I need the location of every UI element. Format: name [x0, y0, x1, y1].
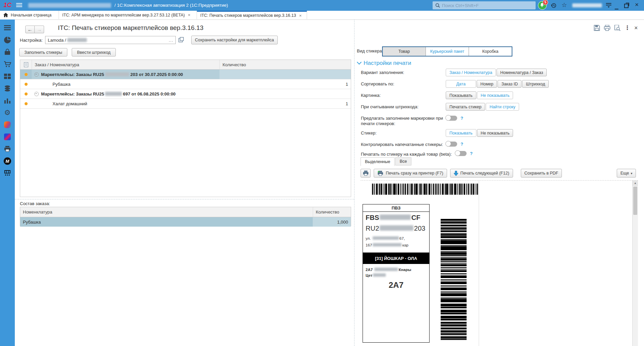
sidebar-service-logo-icon[interactable] — [0, 132, 15, 142]
config-input[interactable]: Lamoda / ... — [45, 36, 176, 44]
scrollbar-thumb[interactable] — [633, 187, 637, 215]
order-item-row[interactable]: Халат домашний 1 — [20, 99, 351, 109]
tab-apm-manager[interactable]: ITC: АРМ менеджера по маркетплейсам вер.… — [59, 11, 197, 19]
sidebar-pie-chart-icon[interactable] — [0, 35, 15, 45]
fill-variant-order-button[interactable]: Заказ / Номенклатура — [446, 69, 496, 76]
sort-order-id-button[interactable]: Заказ ID — [498, 80, 521, 88]
main-menu-icon[interactable] — [16, 3, 22, 8]
tab-selected-stickers[interactable]: Выделенные — [361, 157, 395, 166]
nav-buttons: ← → — [25, 26, 44, 33]
tree-collapse-icon[interactable] — [34, 92, 39, 96]
window-title: / 1С:Комплексная автоматизация 2 (1С:Пре… — [114, 3, 228, 8]
sticker-kind-courier[interactable]: Курьерский пакет — [426, 47, 469, 56]
per-item-label: Печатать по стикеру на каждый товар (bet… — [361, 150, 452, 157]
fill-stickers-button[interactable]: Заполнить стикеры — [19, 48, 67, 56]
sidebar-grid-icon[interactable] — [0, 71, 15, 81]
notifications-bell-icon[interactable]: 5 — [538, 1, 547, 11]
preview-search-icon[interactable] — [614, 25, 620, 31]
per-item-toggle[interactable] — [455, 151, 467, 156]
sidebar-m-logo-icon[interactable]: M — [0, 156, 15, 166]
item-name: Рубашка — [32, 79, 219, 89]
choose-button[interactable]: ... — [169, 38, 173, 43]
scan-find-row-button[interactable]: Найти строку — [486, 103, 519, 111]
tab-label: ITC: АРМ менеджера по маркетплейсам вер.… — [62, 13, 185, 17]
tab-all-stickers[interactable]: Все — [395, 157, 411, 165]
history-icon[interactable] — [551, 3, 556, 8]
order-group-row[interactable]: Маркетплейсы: Заказы RU25 697 от 06.08.2… — [20, 89, 351, 99]
composition-col-qty[interactable]: Количество — [313, 207, 351, 217]
help-icon[interactable]: ? — [461, 116, 463, 121]
picture-hide-button[interactable]: Не показывать — [477, 91, 513, 99]
sort-date-button[interactable]: Дата — [446, 80, 476, 88]
sidebar-menu-icon[interactable] — [0, 23, 15, 33]
sidebar-printer-icon[interactable] — [0, 144, 15, 154]
composition-row[interactable]: Рубашка 1,000 — [20, 217, 351, 227]
preview-scrollbar[interactable]: ▲ — [632, 181, 638, 346]
kebab-menu-icon[interactable]: ⋮ — [624, 25, 630, 31]
tab-sticker-print[interactable]: ITC: Печать стикеров маркетплейсов вер.3… — [197, 11, 307, 19]
scan-print-sticker-button[interactable]: Печатать стикер — [446, 103, 485, 111]
fill-variant-nomen-button[interactable]: Номенклатура / Заказ — [497, 69, 547, 76]
item-qty: 1 — [219, 99, 351, 108]
sidebar-gear-icon[interactable]: ⚙ — [0, 108, 15, 118]
sticker-hide-button[interactable]: Не показывать — [477, 129, 513, 137]
scroll-up-icon[interactable]: ▲ — [633, 181, 638, 186]
control-printed-toggle[interactable] — [446, 142, 457, 147]
global-search-input[interactable]: Поиск Ctrl+Shift+F — [433, 1, 536, 9]
sidebar-bar-chart-icon[interactable] — [0, 95, 15, 106]
sort-barcode-button[interactable]: Штрихкод — [522, 80, 549, 88]
tab-close-icon[interactable]: × — [188, 12, 191, 17]
nav-forward-button[interactable]: → — [35, 26, 44, 33]
more-button[interactable]: Еще▾ — [617, 169, 636, 178]
sort-number-button[interactable]: Номер — [477, 80, 497, 88]
print-button[interactable] — [361, 169, 371, 178]
fill-variant-row: Вариант заполнения: Заказ / Номенклатура… — [361, 69, 617, 76]
save-icon[interactable] — [594, 25, 600, 31]
order-item-row[interactable]: Рубашка 1 — [20, 79, 351, 89]
side-barcode — [441, 219, 467, 340]
favorites-star-icon[interactable]: ☆ — [562, 2, 567, 8]
help-icon[interactable]: ? — [461, 142, 463, 147]
orders-qty-header[interactable]: Количество — [219, 60, 351, 69]
enter-barcode-button[interactable]: Ввести штрихкод — [72, 48, 116, 56]
sticker-kind-product[interactable]: Товар — [383, 47, 426, 56]
sidebar-bag-icon[interactable] — [0, 47, 15, 57]
status-dot — [25, 73, 28, 76]
print-settings-header[interactable]: Настройки печати — [358, 60, 411, 67]
tab-home[interactable]: Начальная страница — [0, 11, 59, 19]
orders-col-header[interactable]: Заказ / Номенклатура — [32, 60, 219, 69]
open-link-icon[interactable] — [178, 37, 184, 42]
composition-col-name[interactable]: Номенклатура — [20, 207, 313, 217]
sidebar-marketplace-logo-icon[interactable] — [0, 120, 15, 130]
restore-icon[interactable] — [624, 3, 629, 9]
form-close-icon[interactable]: × — [634, 25, 638, 31]
tab-close-icon[interactable]: × — [299, 13, 302, 18]
print-next-button[interactable]: Печать следующей (F12) — [450, 169, 513, 178]
vertical-splitter[interactable] — [354, 20, 354, 346]
sticker-kind-box[interactable]: Коробка — [469, 47, 512, 56]
sidebar-shop-icon[interactable] — [0, 168, 15, 178]
print-now-button[interactable]: Печать сразу на принтер (F7) — [374, 169, 447, 178]
save-pdf-button[interactable]: Сохранить в PDF — [521, 169, 562, 178]
help-icon[interactable]: ? — [470, 151, 473, 156]
nav-back-button[interactable]: ← — [25, 26, 35, 33]
window-close-icon[interactable]: × — [635, 2, 639, 8]
tree-collapse-icon[interactable] — [34, 72, 39, 77]
per-item-row: Печатать по стикеру на каждый товар (bet… — [361, 150, 617, 157]
page-title: ITC: Печать стикеров маркетплейсов вер.3… — [58, 24, 203, 32]
cell-line1: 2А7 Кнары — [366, 268, 411, 272]
sort-by-row: Сортировать по: Дата Номер Заказ ID Штри… — [361, 80, 617, 88]
composition-table: Номенклатура Количество Рубашка 1,000 — [20, 207, 351, 226]
minimize-icon[interactable] — [615, 5, 618, 11]
functions-menu-icon[interactable] — [606, 3, 611, 8]
sidebar-coins-icon[interactable] — [0, 83, 15, 93]
sticker-show-button[interactable]: Показывать — [446, 129, 476, 137]
sidebar-cart-icon[interactable] — [0, 59, 15, 69]
save-marketplace-settings-button[interactable]: Сохранить настройки для маркетплейса — [191, 36, 278, 44]
horizontal-splitter[interactable] — [15, 199, 354, 199]
offer-marking-toggle[interactable] — [446, 116, 457, 121]
picture-label: Картинка: — [361, 91, 446, 98]
print-icon[interactable] — [604, 25, 610, 31]
order-group-row[interactable]: Маркетплейсы: Заказы RU25 203 от 30.07.2… — [20, 70, 351, 79]
picture-show-button[interactable]: Показывать — [446, 91, 476, 99]
